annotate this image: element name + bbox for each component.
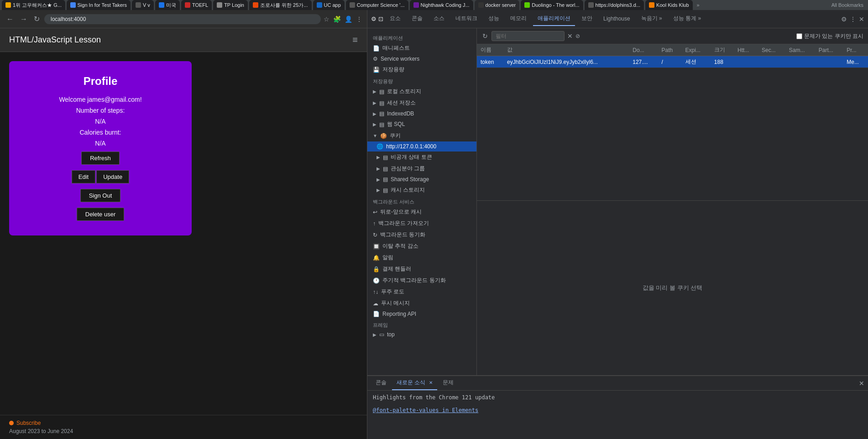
bookmark-icon[interactable]: ☆ bbox=[324, 16, 329, 23]
sidebar-item-indexeddb[interactable]: ▶ ▤ IndexedDB bbox=[367, 109, 476, 119]
profile-icon[interactable]: 👤 bbox=[345, 16, 352, 23]
close-new-features-icon[interactable]: ✕ bbox=[429, 380, 433, 385]
cookies-issues-only-input[interactable] bbox=[796, 33, 802, 39]
sidebar-item-interest-groups[interactable]: ▶ ▤ 관심분야 그룹 bbox=[367, 163, 476, 174]
sidebar-item-web-sql[interactable]: ▶ ▤ 웹 SQL bbox=[367, 119, 476, 130]
tab-recorder[interactable]: 녹음기 » bbox=[637, 12, 667, 26]
tab-메모리[interactable]: 메모리 bbox=[506, 12, 531, 26]
menu-icon[interactable]: ⋮ bbox=[356, 16, 362, 23]
devtools-sidebar: 애플리케이션 📄 매니페스트 ⚙ Service workers 💾 저장용량 … bbox=[367, 28, 477, 375]
tab-5-favicon bbox=[185, 2, 190, 8]
cookies-refresh-button[interactable]: ↻ bbox=[481, 31, 489, 41]
edit-button[interactable]: Edit bbox=[72, 170, 95, 183]
devtools-ellipsis-icon[interactable]: ⋮ bbox=[850, 16, 856, 23]
sidebar-item-payment-handler[interactable]: 🔒 결제 핸들러 bbox=[367, 263, 476, 275]
bottom-content-link[interactable]: @font-palette-values in Elements bbox=[373, 407, 478, 413]
all-bookmarks-button[interactable]: All Bookmarks bbox=[829, 2, 866, 8]
sidebar-item-cookies[interactable]: ▼ 🍪 쿠키 bbox=[367, 130, 476, 141]
bottom-tab-console[interactable]: 콘솔 bbox=[371, 376, 391, 390]
sidebar-item-push-msg[interactable]: ☁ 푸시 메시지 bbox=[367, 298, 476, 309]
tab-10[interactable]: Nighthawk Coding J... bbox=[410, 0, 473, 10]
cookies-url-icon: 🌐 bbox=[376, 143, 383, 150]
tab-보안[interactable]: 보안 bbox=[577, 12, 597, 26]
tab-성능[interactable]: 성능 bbox=[484, 12, 504, 26]
profile-calories-value: N/A bbox=[95, 140, 105, 147]
tab-13[interactable]: https://dolphins3.d... bbox=[585, 0, 644, 10]
sidebar-item-shared-storage[interactable]: ▶ ▤ Shared Storage bbox=[367, 174, 476, 184]
main-layout: ← → ↻ ☆ 🧩 👤 ⋮ HTML/JavaScript Lesson ≡ P… bbox=[0, 10, 868, 439]
tab-1[interactable]: 1위 고우해커스★ G... bbox=[2, 0, 65, 10]
sidebar-item-bg-sync[interactable]: ↻ 백그라운드 동기화 bbox=[367, 229, 476, 240]
sidebar-item-manifest[interactable]: 📄 매니페스트 bbox=[367, 42, 476, 54]
subscribe-link[interactable]: Subscribe bbox=[16, 420, 41, 426]
cookies-filter-input[interactable] bbox=[492, 31, 565, 41]
forward-button[interactable]: → bbox=[18, 14, 29, 24]
tab-애플리케이션[interactable]: 애플리케이션 bbox=[533, 12, 575, 26]
more-tabs-button[interactable]: » bbox=[694, 2, 702, 8]
address-input[interactable] bbox=[44, 14, 321, 24]
sidebar-item-top-frame[interactable]: ▶ ▭ top bbox=[367, 329, 476, 340]
sidebar-item-periodic-bg-sync[interactable]: 🕐 주기적 백그라운드 동기화 bbox=[367, 275, 476, 286]
cookie-preview-text: 값을 미리 볼 쿠키 선택 bbox=[643, 284, 702, 292]
tab-요소[interactable]: 요소 bbox=[385, 12, 405, 26]
sidebar-item-service-workers[interactable]: ⚙ Service workers bbox=[367, 54, 476, 64]
tab-lighthouse[interactable]: Lighthouse bbox=[599, 13, 635, 26]
sidebar-item-back-forward-cache[interactable]: ↩ 뒤로-앞으로 캐시 bbox=[367, 206, 476, 218]
sidebar-item-session-storage[interactable]: ▶ ▤ 세션 저장소 bbox=[367, 97, 476, 109]
sidebar-item-local-storage[interactable]: ▶ ▤ 로컬 스토리지 bbox=[367, 86, 476, 97]
bottom-panel-close-button[interactable]: ✕ bbox=[859, 380, 864, 387]
tab-performance-stats[interactable]: 성능 통계 » bbox=[669, 12, 706, 26]
tab-14[interactable]: Kool Kids Klub bbox=[645, 0, 693, 10]
bottom-tabs-bar: 콘솔 새로운 소식 ✕ 문제 ✕ bbox=[367, 376, 868, 391]
tab-8-label: UC app bbox=[324, 2, 341, 8]
cookies-url-label: http://127.0.0.1:4000 bbox=[386, 143, 436, 150]
sidebar-item-reporting-api[interactable]: 📄 Reporting API bbox=[367, 309, 476, 319]
devtools-action-icons: ⚙ ⋮ ✕ bbox=[841, 16, 864, 23]
devtools-settings-gear-icon[interactable]: ⚙ bbox=[841, 16, 847, 23]
sidebar-item-cache-storage[interactable]: ▶ ▤ 캐시 스토리지 bbox=[367, 184, 476, 196]
tab-소스[interactable]: 소스 bbox=[429, 12, 449, 26]
devtools-inspect-icon[interactable]: ⊡ bbox=[378, 16, 383, 22]
tab-3[interactable]: V v bbox=[132, 0, 154, 10]
tab-6[interactable]: TP Login bbox=[213, 0, 248, 10]
bottom-tab-issues[interactable]: 문제 bbox=[438, 376, 458, 390]
back-button[interactable]: ← bbox=[5, 14, 16, 24]
delete-user-button[interactable]: Delete user bbox=[77, 208, 124, 221]
tab-9-label: Computer Science '... bbox=[357, 2, 405, 8]
indexeddb-label: IndexedDB bbox=[387, 110, 414, 117]
refresh-button[interactable]: Refresh bbox=[81, 152, 120, 165]
sidebar-item-push-messaging[interactable]: ↑↓ 푸주 로도 bbox=[367, 286, 476, 298]
update-button[interactable]: Update bbox=[96, 170, 129, 183]
tab-콘솔[interactable]: 콘솔 bbox=[407, 12, 427, 26]
tab-8[interactable]: UC app bbox=[313, 0, 345, 10]
local-storage-expand-icon: ▶ bbox=[373, 89, 376, 94]
tab-12[interactable]: Duolingo - The worl... bbox=[521, 0, 583, 10]
tab-1-label: 1위 고우해커스★ G... bbox=[13, 2, 62, 9]
cookies-filter-icon[interactable]: ⊘ bbox=[575, 33, 580, 39]
tab-4[interactable]: 미국 bbox=[155, 0, 180, 10]
signout-button[interactable]: Sign Out bbox=[80, 189, 121, 202]
hamburger-menu[interactable]: ≡ bbox=[352, 35, 358, 45]
table-row[interactable]: token eyJhbGciOiJIUzI1NiJ9.eyJyb2xlIyl6.… bbox=[477, 56, 868, 68]
sidebar-item-cookies-url[interactable]: 🌐 http://127.0.0.1:4000 bbox=[367, 141, 476, 152]
tab-5[interactable]: TOEFL bbox=[181, 0, 212, 10]
sidebar-item-bounce-tracking[interactable]: 🔲 이탈 추적 감소 bbox=[367, 240, 476, 252]
devtools-close-icon[interactable]: ✕ bbox=[859, 16, 864, 23]
bottom-tab-new-features[interactable]: 새로운 소식 ✕ bbox=[392, 376, 437, 390]
reload-button[interactable]: ↻ bbox=[32, 14, 42, 24]
sidebar-item-bg-fetch[interactable]: ↑ 백그라운드 가져오기 bbox=[367, 218, 476, 229]
extensions-icon[interactable]: 🧩 bbox=[333, 16, 341, 23]
sidebar-item-opaque-state[interactable]: ▶ ▤ 비공개 상태 토큰 bbox=[367, 152, 476, 163]
tab-2[interactable]: Sign In for Test Takers bbox=[67, 0, 131, 10]
tab-네트워크[interactable]: 네트워크 bbox=[451, 12, 482, 26]
devtools-settings-icon[interactable]: ⚙ bbox=[371, 16, 376, 22]
sidebar-item-notifications[interactable]: 🔔 알림 bbox=[367, 252, 476, 263]
tab-11[interactable]: docker server bbox=[475, 0, 520, 10]
profile-calories-label: Calories burnt: bbox=[79, 129, 121, 136]
sidebar-item-storage-usage[interactable]: 💾 저장용량 bbox=[367, 64, 476, 75]
cookies-issues-only-checkbox[interactable]: 문제가 있는 쿠키만 표시 bbox=[796, 32, 863, 40]
web-sql-expand-icon: ▶ bbox=[373, 122, 376, 127]
tab-7[interactable]: 조로사를 위한 25가... bbox=[249, 0, 312, 10]
cookies-clear-button[interactable]: ✕ bbox=[567, 32, 573, 40]
tab-9[interactable]: Computer Science '... bbox=[346, 0, 408, 10]
